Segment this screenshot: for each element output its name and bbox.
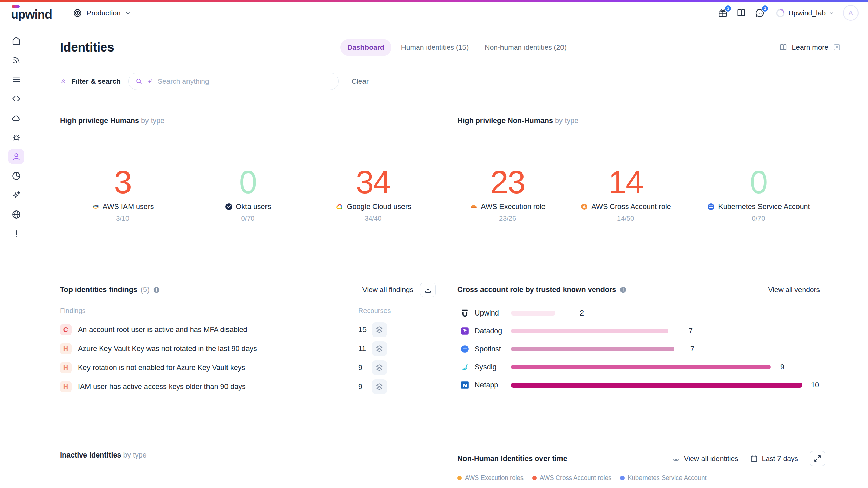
sidebar-item-activity[interactable]: [8, 53, 24, 67]
search-input[interactable]: Search anything: [128, 73, 339, 90]
sidebar-item-menu[interactable]: [8, 72, 24, 87]
identities-icon: [672, 454, 680, 463]
vendor-value: 7: [690, 345, 694, 353]
double-chevron-up-icon: [60, 78, 67, 85]
sidebar-item-network[interactable]: [8, 207, 24, 222]
vendor-bar: [511, 329, 668, 333]
tab-non-human-identities[interactable]: Non-human identities (20): [485, 43, 567, 52]
findings-count: (5): [141, 286, 150, 294]
docs-button[interactable]: [736, 8, 746, 18]
sidebar-item-ai[interactable]: [8, 188, 24, 203]
sidebar-item-reports[interactable]: [8, 168, 24, 183]
legend-label: AWS Execution roles: [465, 474, 524, 482]
cross-account-vendors-panel: Cross account role by trusted known vend…: [457, 283, 841, 394]
upwind-logo[interactable]: upwind: [11, 5, 52, 21]
filter-search-toggle[interactable]: Filter & search: [60, 77, 121, 85]
user-avatar[interactable]: A: [843, 5, 859, 21]
vendor-row: Upwind 2: [457, 306, 841, 320]
stat-aws-cross-account-role: 14 AWS Cross Account role 14/50: [558, 170, 693, 222]
layers-icon: [375, 382, 384, 391]
vendor-bar: [511, 383, 802, 388]
sidebar-item-code[interactable]: [8, 91, 24, 106]
info-icon[interactable]: [153, 286, 160, 293]
layers-icon: [375, 344, 384, 353]
vendor-value: 9: [780, 363, 784, 371]
download-findings-button[interactable]: [420, 283, 436, 297]
learn-more-link[interactable]: Learn more: [779, 43, 841, 52]
aws-cross-account-role-icon: [580, 203, 588, 211]
finding-row[interactable]: C An account root user is active and has…: [60, 322, 436, 337]
sidebar-item-home[interactable]: [8, 33, 24, 48]
severity-badge-high: H: [60, 362, 72, 373]
inactive-identities-subtitle: by type: [123, 451, 146, 459]
stat-google-cloud-users: 34 Google Cloud users 34/40: [311, 170, 436, 222]
view-all-identities-link[interactable]: View all identities: [672, 454, 738, 463]
chart-legend: AWS Execution roles AWS Cross Account ro…: [457, 474, 841, 482]
sidebar-item-identities[interactable]: [8, 149, 24, 164]
sidebar-item-threats[interactable]: [8, 130, 24, 145]
tab-dashboard[interactable]: Dashboard: [340, 39, 391, 56]
search-placeholder: Search anything: [158, 77, 209, 85]
tab-human-identities[interactable]: Human identities (15): [401, 43, 469, 52]
vendors-title: Cross account role by trusted known vend…: [457, 286, 616, 294]
stat-label-text: AWS IAM users: [103, 202, 154, 211]
findings-column-header: Findings: [60, 307, 358, 315]
stat-label-text: AWS Execution role: [481, 202, 545, 211]
sidebar-item-cloud[interactable]: [8, 110, 24, 125]
menu-icon: [11, 74, 21, 84]
org-name: Upwind_lab: [788, 9, 826, 17]
severity-badge-high: H: [60, 381, 72, 392]
resources-button[interactable]: [372, 341, 387, 356]
vendor-name: Upwind: [475, 309, 511, 318]
book-icon: [779, 43, 788, 52]
gift-badge: 3: [724, 5, 732, 12]
stat-okta-users: 0 Okta users 0/70: [185, 170, 310, 222]
sidebar-item-alerts[interactable]: [8, 226, 24, 241]
info-icon[interactable]: [619, 286, 627, 293]
view-all-identities-label: View all identities: [684, 454, 738, 463]
vendor-bar: [511, 365, 771, 369]
notifications-button[interactable]: 1: [754, 8, 765, 18]
finding-text: Key rotation is not enabled for Azure Ke…: [78, 364, 245, 372]
aws-execution-role-icon: [470, 203, 478, 211]
view-all-vendors-link[interactable]: View all vendors: [768, 286, 820, 294]
vendor-row: Spotinst 7: [457, 342, 841, 356]
expand-chart-button[interactable]: [810, 451, 825, 466]
vendor-row: Datadog 7: [457, 324, 841, 338]
finding-count: 9: [358, 364, 372, 372]
vendor-name: Sysdig: [475, 363, 511, 371]
finding-count: 9: [358, 383, 372, 391]
date-range-selector[interactable]: Last 7 days: [750, 454, 798, 463]
inactive-identities-section: Inactive identities by type: [60, 451, 436, 482]
stat-aws-execution-role: 23 AWS Execution role 23/26: [457, 170, 558, 222]
stat-kubernetes-service-account: 0 Kubernetes Service Account 0/70: [693, 170, 824, 222]
vendor-name: Netapp: [475, 381, 511, 389]
stat-value: 14: [558, 170, 693, 194]
legend-label: AWS Cross Account roles: [540, 474, 611, 482]
environment-selector[interactable]: Production: [73, 8, 130, 18]
humans-section-subtitle: by type: [141, 117, 164, 125]
legend-label: Kubernetes Service Account: [628, 474, 706, 482]
finding-row[interactable]: H IAM user has active access keys older …: [60, 379, 436, 394]
finding-row[interactable]: H Key rotation is not enabled for Azure …: [60, 360, 436, 375]
legend-item: Kubernetes Service Account: [620, 474, 706, 482]
layers-icon: [375, 325, 384, 334]
clear-filters-link[interactable]: Clear: [352, 77, 369, 85]
finding-row[interactable]: H Azure Key Vault Key was not rotated in…: [60, 341, 436, 356]
resources-button[interactable]: [372, 379, 387, 394]
netapp-vendor-icon: [460, 381, 469, 389]
stat-label-text: Kubernetes Service Account: [718, 202, 810, 211]
stat-ratio: 3/10: [60, 215, 185, 222]
resources-button[interactable]: [372, 322, 387, 337]
view-all-findings-link[interactable]: View all findings: [362, 286, 413, 294]
resources-button[interactable]: [372, 360, 387, 375]
vendor-name: Spotinst: [475, 345, 511, 353]
vendor-bar: [511, 347, 674, 351]
top-identities-findings-panel: Top identities findings (5) View all fin…: [60, 283, 436, 394]
org-selector[interactable]: Upwind_lab: [776, 8, 834, 18]
filter-search-label: Filter & search: [71, 77, 121, 85]
top-bar: upwind Production 3 1: [0, 2, 868, 24]
book-icon: [736, 8, 746, 18]
gifts-button[interactable]: 3: [717, 8, 728, 18]
top-accent-gradient: [0, 0, 868, 2]
